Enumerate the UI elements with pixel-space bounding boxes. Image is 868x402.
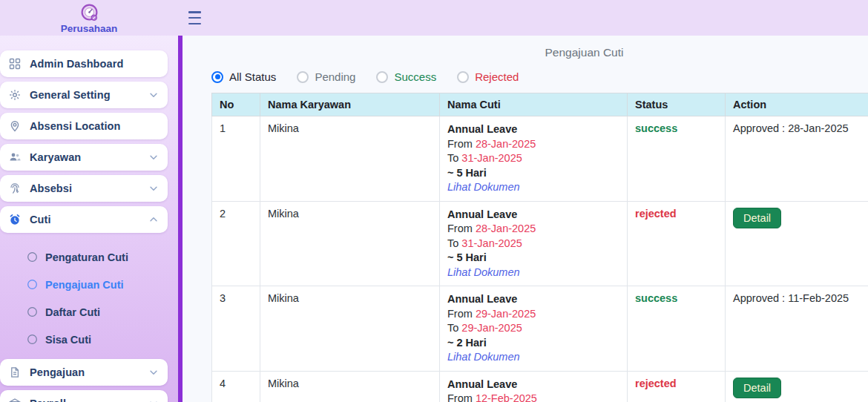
view-document-link[interactable]: Lihat Dokumen — [447, 180, 619, 195]
bank-icon — [9, 398, 22, 402]
table-row: 4MikinaAnnual LeaveFrom 12-Feb-2025rejec… — [212, 371, 868, 402]
alarm-clock-icon — [9, 214, 22, 225]
leave-from-date: 28-Jan-2025 — [476, 138, 536, 150]
sidebar-item-absensi-location[interactable]: Absensi Location — [0, 113, 168, 139]
sidebar-subitem-sisa-cuti[interactable]: Sisa Cuti — [0, 326, 178, 353]
chevron-down-icon — [148, 398, 159, 402]
sidebar-item-pengajuan[interactable]: Pengajuan — [0, 359, 168, 386]
column-header-nama-karyawan: Nama Karyawan — [260, 93, 440, 116]
leave-type: Annual Leave — [447, 378, 619, 392]
circle-icon — [27, 279, 38, 290]
leave-to-date: 31-Jan-2025 — [461, 237, 522, 249]
cell-no: 4 — [212, 371, 260, 402]
table-row: 1MikinaAnnual LeaveFrom 28-Jan-2025To 31… — [212, 116, 868, 202]
page-title: Pengajuan Cuti — [211, 46, 868, 59]
table-body: 1MikinaAnnual LeaveFrom 28-Jan-2025To 31… — [212, 116, 868, 402]
document-icon — [9, 366, 22, 378]
detail-button[interactable]: Detail — [733, 378, 781, 398]
chevron-down-icon — [148, 367, 159, 378]
sidebar-subitem-pengaturan-cuti[interactable]: Pengaturan Cuti — [0, 243, 178, 271]
sidebar-subitem-daftar-cuti[interactable]: Daftar Cuti — [0, 298, 178, 326]
leave-duration: ~ 2 Hari — [447, 336, 619, 351]
app-window: Perusahaan Admin DashboardGeneral Settin… — [0, 0, 868, 402]
brand-name: Perusahaan — [61, 23, 118, 34]
radio-pending-icon[interactable] — [297, 71, 309, 83]
filter-success[interactable]: Success — [376, 70, 436, 83]
filter-pending[interactable]: Pending — [297, 70, 355, 83]
leave-requests-table: NoNama KaryawanNama CutiStatusAction 1Mi… — [211, 93, 868, 402]
radio-all-status-selected-icon[interactable] — [211, 71, 223, 83]
cell-nama-karyawan: Mikina — [260, 201, 440, 286]
cell-nama-karyawan: Mikina — [260, 116, 440, 202]
grid-icon — [9, 58, 22, 70]
sidebar-item-label: Absensi Location — [30, 120, 120, 132]
employee-name: Mikina — [268, 378, 299, 389]
cell-status: success — [628, 116, 726, 202]
app-header: Perusahaan — [0, 0, 868, 36]
leave-type: Annual Leave — [447, 122, 619, 137]
row-number: 4 — [220, 378, 226, 389]
leave-to-date: 29-Jan-2025 — [461, 322, 522, 334]
chevron-down-icon — [148, 152, 159, 162]
detail-button[interactable]: Detail — [733, 208, 781, 228]
sidebar-item-label: General Setting — [30, 89, 111, 101]
sidebar-item-payroll[interactable]: Payroll — [0, 390, 168, 402]
chevron-up-icon — [148, 214, 159, 225]
sidebar-item-admin-dashboard[interactable]: Admin Dashboard — [0, 50, 168, 77]
leave-to: To 31-Jan-2025 — [447, 151, 619, 166]
leave-from-date: 28-Jan-2025 — [476, 223, 536, 234]
leave-from-label: From — [447, 308, 473, 320]
status-badge: rejected — [635, 208, 677, 220]
fingerprint-icon — [9, 182, 22, 194]
view-document-link[interactable]: Lihat Dokumen — [447, 350, 619, 365]
content-area: Pengajuan Cuti All StatusPendingSuccessR… — [211, 36, 868, 402]
cuti-submenu: Pengaturan CutiPengajuan CutiDaftar Cuti… — [0, 237, 178, 359]
sidebar-item-label: Admin Dashboard — [30, 58, 123, 70]
sidebar-subitem-label: Sisa Cuti — [45, 334, 91, 346]
cell-nama-cuti: Annual LeaveFrom 12-Feb-2025 — [440, 371, 628, 402]
filter-rejected[interactable]: Rejected — [457, 70, 519, 83]
sidebar-subitem-label: Daftar Cuti — [45, 306, 100, 318]
status-badge: success — [635, 292, 677, 304]
cell-status: rejected — [628, 201, 726, 286]
employee-name: Mikina — [268, 122, 299, 134]
filter-all-status[interactable]: All Status — [211, 70, 276, 83]
leave-from-label: From — [447, 392, 473, 402]
leave-to-date: 31-Jan-2025 — [461, 152, 522, 164]
cell-nama-karyawan: Mikina — [260, 286, 440, 372]
filter-label: Pending — [315, 70, 355, 83]
radio-success-icon[interactable] — [376, 71, 388, 83]
employee-name: Mikina — [268, 292, 299, 304]
hamburger-menu-button[interactable] — [187, 10, 203, 26]
cell-nama-cuti: Annual LeaveFrom 29-Jan-2025To 29-Jan-20… — [440, 286, 628, 372]
sidebar-item-label: Payroll — [30, 398, 66, 402]
filter-label: Rejected — [475, 70, 519, 83]
table-row: 3MikinaAnnual LeaveFrom 29-Jan-2025To 29… — [212, 286, 868, 372]
gear-icon — [9, 89, 22, 101]
cell-status: success — [628, 286, 726, 372]
row-number: 2 — [220, 208, 226, 220]
leave-to: To 29-Jan-2025 — [447, 321, 619, 336]
cell-nama-karyawan: Mikina — [260, 371, 440, 402]
sidebar-subitem-pengajuan-cuti[interactable]: Pengajuan Cuti — [0, 271, 178, 298]
column-header-action: Action — [726, 93, 868, 116]
radio-rejected-icon[interactable] — [457, 71, 469, 83]
sidebar-item-cuti[interactable]: Cuti — [0, 206, 168, 233]
sidebar-item-karyawan[interactable]: Karyawan — [0, 144, 168, 171]
leave-from: From 29-Jan-2025 — [447, 307, 619, 322]
cell-nama-cuti: Annual LeaveFrom 28-Jan-2025To 31-Jan-20… — [440, 201, 628, 286]
column-header-nama-cuti: Nama Cuti — [440, 93, 628, 116]
chevron-down-icon — [148, 183, 159, 194]
sidebar-item-absebsi[interactable]: Absebsi — [0, 175, 168, 202]
brand[interactable]: Perusahaan — [0, 0, 178, 36]
view-document-link[interactable]: Lihat Dokumen — [447, 266, 619, 280]
cell-nama-cuti: Annual LeaveFrom 28-Jan-2025To 31-Jan-20… — [440, 116, 628, 202]
brand-logo-icon — [79, 3, 99, 23]
cell-action: Approved : 11-Feb-2025 — [726, 286, 868, 372]
sidebar-item-label: Cuti — [30, 214, 51, 225]
cell-action: Detail — [726, 201, 868, 286]
column-header-no: No — [212, 93, 260, 116]
sidebar-item-label: Karyawan — [30, 151, 81, 163]
sidebar-item-general-setting[interactable]: General Setting — [0, 82, 168, 108]
users-icon — [9, 151, 22, 163]
